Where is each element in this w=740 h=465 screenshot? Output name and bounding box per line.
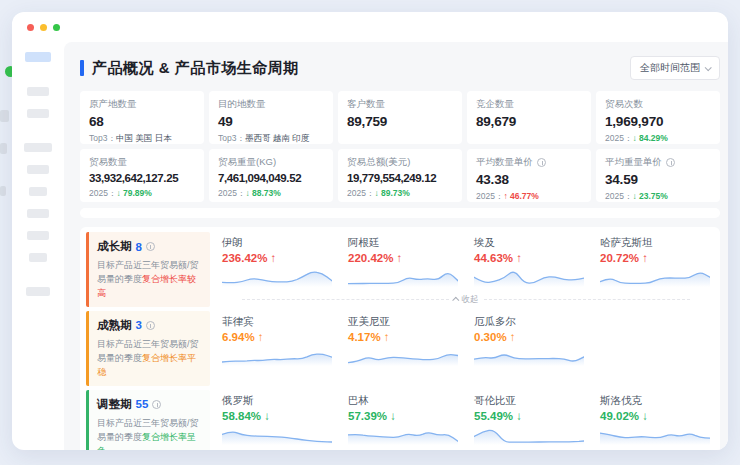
- sidebar-item[interactable]: [27, 87, 49, 96]
- stat-subline: 2025：↓ 79.89%: [89, 188, 195, 200]
- trend-sparkline: [222, 265, 332, 287]
- stat-label: 贸易次数: [605, 98, 643, 111]
- stage-countries: 菲律宾6.94% ↑亚美尼亚4.17% ↑厄瓜多尔0.30% ↑: [222, 315, 710, 386]
- stats-row-1: 原产地数量68Top3：中国 美国 日本目的地数量49Top3：墨西哥 越南 印…: [80, 91, 720, 144]
- country-change: 58.84% ↓: [222, 410, 332, 422]
- stat-value: 89,759: [347, 114, 453, 129]
- country-card: 伊朗236.42% ↑: [222, 236, 332, 291]
- lifecycle-card: 成长期8目标产品近三年贸易额/贸易量的季度复合增长率较高伊朗236.42% ↑阿…: [80, 227, 720, 450]
- sidebar-item[interactable]: [27, 209, 49, 218]
- info-icon[interactable]: [666, 158, 675, 167]
- sidebar-item[interactable]: [29, 253, 47, 262]
- stage-description: 目标产品近三年贸易额/贸易量的季度复合增长率呈负: [97, 417, 202, 450]
- time-range-label: 全部时间范围: [640, 61, 700, 75]
- stat-card: 贸易次数1,969,9702025：↓ 84.29%: [596, 91, 720, 144]
- stat-subline: 2025：↓ 88.73%: [218, 188, 324, 200]
- stat-subline: 2025：↓ 23.75%: [605, 191, 711, 203]
- trend-sparkline: [222, 423, 332, 445]
- collapse-toggle[interactable]: 收起: [242, 294, 690, 306]
- country-name: 巴林: [348, 394, 458, 408]
- stage-block: 成长期8目标产品近三年贸易额/贸易量的季度复合增长率较高: [86, 232, 210, 307]
- collapsed-section-bar: [80, 208, 720, 218]
- stat-card: 平均数量单价43.382025：↑ 46.77%: [467, 149, 591, 202]
- chevron-up-icon: [452, 297, 459, 304]
- trend-sparkline: [222, 344, 332, 366]
- stage-name: 成长期: [97, 239, 132, 254]
- info-icon[interactable]: [537, 158, 546, 167]
- stat-card: 贸易重量(KG)7,461,094,049.522025：↓ 88.73%: [209, 149, 333, 202]
- zoom-button[interactable]: [53, 24, 60, 31]
- stat-card: 贸易总额(美元)19,779,554,249.122025：↓ 89.73%: [338, 149, 462, 202]
- country-name: 哥伦比亚: [474, 394, 584, 408]
- stat-value: 19,779,554,249.12: [347, 172, 453, 184]
- stage-countries: 俄罗斯58.84% ↓巴林57.39% ↓哥伦比亚55.49% ↓斯洛伐克49.…: [222, 394, 710, 449]
- toggle-label: 收起: [462, 294, 479, 306]
- stat-label: 原产地数量: [89, 98, 137, 111]
- trend-sparkline: [348, 344, 458, 366]
- stat-change: ↓ 79.89%: [116, 188, 151, 198]
- country-card: 埃及44.63% ↑: [474, 236, 584, 291]
- country-name: 埃及: [474, 236, 584, 250]
- stage-count: 8: [136, 241, 142, 253]
- trend-sparkline: [600, 265, 710, 287]
- trend-sparkline: [348, 265, 458, 287]
- stat-subline: 2025：↑ 46.77%: [476, 191, 582, 203]
- stats-row-2: 贸易数量33,932,642,127.252025：↓ 79.89%贸易重量(K…: [80, 149, 720, 202]
- sidebar-item[interactable]: [29, 187, 47, 196]
- stat-card: 平均重量单价34.592025：↓ 23.75%: [596, 149, 720, 202]
- lifecycle-row: 成长期8目标产品近三年贸易额/贸易量的季度复合增长率较高伊朗236.42% ↑阿…: [86, 232, 714, 307]
- background-bar: [0, 186, 6, 196]
- stat-card: 客户数量89,759: [338, 91, 462, 144]
- stat-value: 49: [218, 114, 324, 129]
- stat-value: 7,461,094,049.52: [218, 172, 324, 184]
- panel-header: 产品概况 & 产品市场生命周期 全部时间范围: [80, 55, 720, 81]
- time-range-button[interactable]: 全部时间范围: [630, 56, 720, 80]
- stat-label: 平均数量单价: [476, 156, 533, 169]
- sidebar-item[interactable]: [27, 231, 49, 240]
- background-bar: [0, 143, 7, 154]
- country-card: 菲律宾6.94% ↑: [222, 315, 332, 386]
- country-change: 44.63% ↑: [474, 252, 584, 264]
- stat-subline: Top3：墨西哥 越南 印度: [218, 133, 324, 145]
- window-titlebar: [12, 12, 728, 42]
- stage-description: 目标产品近三年贸易额/贸易量的季度复合增长率较高: [97, 259, 202, 301]
- stat-value: 1,969,970: [605, 114, 711, 129]
- stat-label: 竞企数量: [476, 98, 514, 111]
- app-window: 产品概况 & 产品市场生命周期 全部时间范围 原产地数量68Top3：中国 美国…: [12, 12, 728, 450]
- stat-card: 贸易数量33,932,642,127.252025：↓ 79.89%: [80, 149, 204, 202]
- sidebar: [12, 46, 64, 450]
- country-card: 俄罗斯58.84% ↓: [222, 394, 332, 449]
- info-icon[interactable]: [152, 400, 161, 409]
- stat-subline: 2025：↓ 89.73%: [347, 188, 453, 200]
- stat-change: ↑ 46.77%: [503, 191, 538, 201]
- main-panel: 产品概况 & 产品市场生命周期 全部时间范围 原产地数量68Top3：中国 美国…: [64, 42, 728, 450]
- sidebar-item[interactable]: [27, 165, 49, 174]
- info-icon[interactable]: [146, 242, 155, 251]
- stage-description: 目标产品近三年贸易额/贸易量的季度复合增长率平稳: [97, 338, 202, 380]
- trend-sparkline: [474, 423, 584, 445]
- sidebar-item[interactable]: [27, 109, 49, 118]
- country-card: 厄瓜多尔0.30% ↑: [474, 315, 584, 386]
- stat-card: 竞企数量89,679: [467, 91, 591, 144]
- info-icon[interactable]: [146, 321, 155, 330]
- minimize-button[interactable]: [40, 24, 47, 31]
- country-change: 4.17% ↑: [348, 331, 458, 343]
- background-bar: [0, 110, 9, 122]
- stat-change: ↓ 23.75%: [632, 191, 667, 201]
- stat-change: ↓ 88.73%: [245, 188, 280, 198]
- country-card: 斯洛伐克49.02% ↓: [600, 394, 710, 449]
- stat-value: 43.38: [476, 172, 582, 187]
- trend-sparkline: [474, 344, 584, 366]
- sidebar-item[interactable]: [25, 52, 51, 62]
- stat-value: 34.59: [605, 172, 711, 187]
- country-change: 0.30% ↑: [474, 331, 584, 343]
- country-card: 哥伦比亚55.49% ↓: [474, 394, 584, 449]
- sidebar-item[interactable]: [26, 287, 50, 296]
- sidebar-item[interactable]: [24, 143, 52, 152]
- stat-label: 目的地数量: [218, 98, 266, 111]
- close-button[interactable]: [27, 24, 34, 31]
- country-card: 亚美尼亚4.17% ↑: [348, 315, 458, 386]
- stat-change: ↓ 89.73%: [374, 188, 409, 198]
- country-name: 菲律宾: [222, 315, 332, 329]
- country-change: 57.39% ↓: [348, 410, 458, 422]
